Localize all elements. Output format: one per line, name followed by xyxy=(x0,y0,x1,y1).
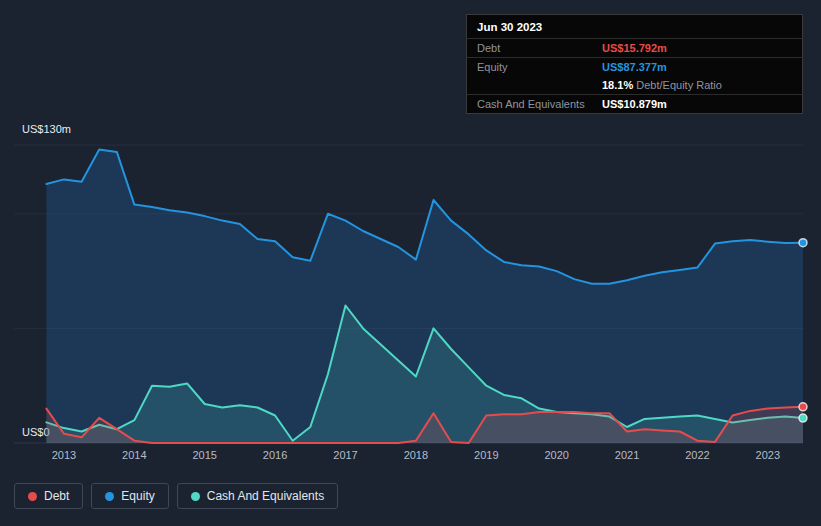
legend-label-debt: Debt xyxy=(44,489,69,503)
chart-plot[interactable] xyxy=(14,141,803,443)
tooltip-ratio-label: Debt/Equity Ratio xyxy=(636,79,722,91)
x-axis: 2013201420152016201720182019202020212022… xyxy=(0,449,821,465)
x-tick-label-2017: 2017 xyxy=(333,449,357,461)
debt-endpoint-marker xyxy=(799,403,807,411)
tooltip-row-debt: Debt US$15.792m xyxy=(467,38,802,57)
x-tick-label-2016: 2016 xyxy=(263,449,287,461)
equity-series-dot-icon xyxy=(105,492,114,501)
x-tick-label-2013: 2013 xyxy=(52,449,76,461)
debt-series-dot-icon xyxy=(28,492,37,501)
tooltip-ratio: 18.1% Debt/Equity Ratio xyxy=(602,79,722,91)
tooltip-debt-label: Debt xyxy=(477,42,602,54)
legend-label-cash: Cash And Equivalents xyxy=(207,489,324,503)
y-axis-max-label: US$130m xyxy=(22,123,71,135)
tooltip-row-cash: Cash And Equivalents US$10.879m xyxy=(467,94,802,113)
tooltip-cash-label: Cash And Equivalents xyxy=(477,98,602,110)
tooltip-row-equity: Equity US$87.377m xyxy=(467,57,802,76)
cash-series-dot-icon xyxy=(191,492,200,501)
tooltip-cash-value: US$10.879m xyxy=(602,98,667,110)
x-tick-label-2022: 2022 xyxy=(685,449,709,461)
legend-item-equity[interactable]: Equity xyxy=(91,483,168,509)
tooltip-row-ratio: 18.1% Debt/Equity Ratio xyxy=(467,76,802,94)
x-tick-label-2020: 2020 xyxy=(544,449,568,461)
legend-item-cash[interactable]: Cash And Equivalents xyxy=(177,483,338,509)
equity-endpoint-marker xyxy=(799,239,807,247)
tooltip-date: Jun 30 2023 xyxy=(467,15,802,38)
tooltip: Jun 30 2023 Debt US$15.792m Equity US$87… xyxy=(466,14,803,114)
x-tick-label-2018: 2018 xyxy=(404,449,428,461)
x-tick-label-2019: 2019 xyxy=(474,449,498,461)
debt-equity-history-panel: Jun 30 2023 Debt US$15.792m Equity US$87… xyxy=(0,0,821,526)
tooltip-equity-value: US$87.377m xyxy=(602,61,667,73)
x-tick-label-2023: 2023 xyxy=(756,449,780,461)
tooltip-equity-label: Equity xyxy=(477,61,602,73)
legend-item-debt[interactable]: Debt xyxy=(14,483,83,509)
legend: Debt Equity Cash And Equivalents xyxy=(14,483,338,509)
legend-label-equity: Equity xyxy=(121,489,154,503)
x-tick-label-2015: 2015 xyxy=(192,449,216,461)
x-tick-label-2014: 2014 xyxy=(122,449,146,461)
tooltip-debt-value: US$15.792m xyxy=(602,42,667,54)
cash-endpoint-marker xyxy=(799,414,807,422)
x-tick-label-2021: 2021 xyxy=(615,449,639,461)
tooltip-ratio-value: 18.1% xyxy=(602,79,633,91)
